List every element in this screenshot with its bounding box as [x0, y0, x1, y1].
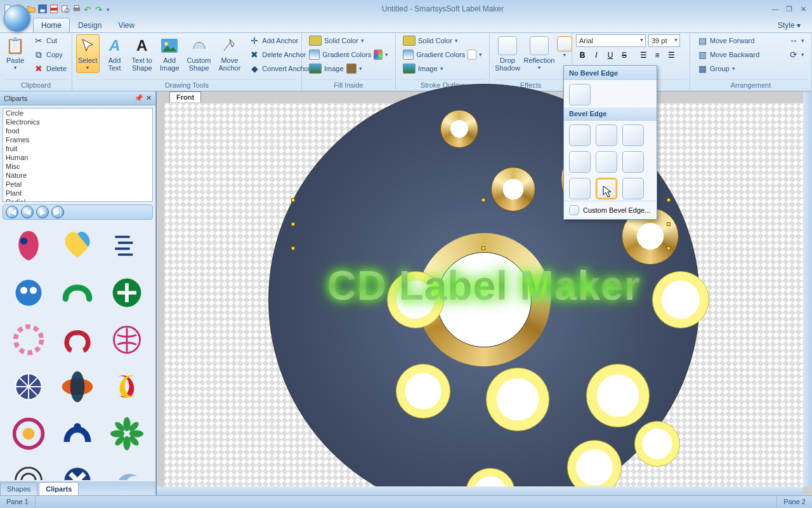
clipart-item[interactable] — [55, 364, 102, 409]
group-icon: ▦ — [697, 64, 707, 74]
clipart-item[interactable] — [103, 271, 150, 315]
add-image-button[interactable]: Add Image — [158, 34, 181, 74]
clipart-item[interactable] — [55, 411, 102, 456]
nav-first-button[interactable]: |◀ — [6, 206, 18, 218]
qat-more-icon[interactable] — [107, 4, 115, 13]
clipart-item[interactable] — [5, 318, 52, 362]
fill-solid-swatch-icon — [309, 36, 322, 46]
clipart-item[interactable] — [5, 458, 52, 480]
fill-image-button[interactable]: Image — [306, 62, 391, 75]
text-to-shape-button[interactable]: A Text to Shape — [130, 34, 154, 74]
bold-button[interactable]: B — [576, 50, 589, 61]
clipart-item[interactable] — [55, 458, 102, 480]
app-orb-button[interactable] — [4, 5, 30, 32]
clipart-item[interactable] — [55, 271, 102, 315]
clipart-item[interactable] — [55, 224, 102, 268]
stroke-solid-button[interactable]: Solid Color — [400, 34, 485, 47]
italic-button[interactable]: I — [590, 50, 603, 61]
move-forward-button[interactable]: ▤ Move Forward ↔ — [694, 34, 808, 47]
canvas-front-tab[interactable]: Front — [169, 91, 201, 102]
category-list[interactable]: Circle Electronics food Frames fruit Hum… — [3, 108, 153, 202]
canvas-vscrollbar[interactable] — [803, 91, 812, 486]
stroke-image-button[interactable]: Image — [400, 62, 485, 75]
reflection-button[interactable]: Reflection ▾ — [525, 34, 553, 73]
clipart-item[interactable] — [103, 224, 150, 268]
group-button[interactable]: ▦ Group — [694, 62, 808, 75]
clipart-item[interactable] — [103, 364, 150, 409]
bevel-option-2[interactable] — [596, 124, 617, 146]
fill-solid-button[interactable]: Solid Color — [306, 34, 391, 47]
panel-close-button[interactable]: ✕ — [146, 94, 152, 102]
nav-next-button[interactable]: ▶ — [36, 206, 49, 218]
bevel-option-7[interactable] — [569, 178, 591, 199]
nav-last-button[interactable]: ▶| — [51, 206, 64, 218]
align-right-button[interactable]: ☰ — [665, 50, 678, 61]
copy-button[interactable]: ⧉ Copy — [30, 48, 70, 61]
add-image-icon — [160, 36, 179, 55]
drop-shadow-button[interactable]: Drop Shadow — [494, 34, 521, 74]
clipart-item[interactable] — [55, 318, 102, 362]
delete-icon: ✖ — [34, 64, 44, 74]
minimize-button[interactable]: — — [770, 4, 780, 13]
close-button[interactable]: ✕ — [798, 4, 808, 13]
bevel-option-5[interactable] — [596, 151, 617, 173]
shapes-tab[interactable]: Shapes — [0, 482, 37, 495]
clipart-item[interactable] — [103, 318, 150, 362]
bevel-custom-icon — [569, 205, 579, 215]
select-button[interactable]: Select ▾ — [76, 34, 100, 73]
fill-gradient-button[interactable]: Gradient Colors — [306, 48, 391, 61]
qat-save-icon[interactable] — [38, 4, 47, 13]
qat-redo-icon[interactable]: ↷ — [95, 4, 104, 13]
bevel-option-4[interactable] — [569, 151, 591, 173]
delete-anchor-icon: ✖ — [249, 50, 259, 60]
move-backward-icon: ▥ — [697, 50, 707, 60]
font-family-select[interactable]: Arial — [576, 34, 646, 47]
canvas-hscrollbar[interactable] — [157, 486, 803, 495]
delete-button[interactable]: ✖ Delete — [30, 62, 70, 75]
add-text-button[interactable]: A Add Text — [103, 34, 126, 74]
clipart-item[interactable] — [5, 271, 52, 315]
font-size-select[interactable]: 39 pt — [648, 34, 680, 47]
move-backward-button[interactable]: ▥ Move Backward ⟳ — [694, 48, 808, 61]
align-tool-icon[interactable]: ↔ — [789, 36, 799, 46]
text-to-shape-icon: A — [133, 36, 152, 55]
nav-prev-button[interactable]: ◀ — [21, 206, 34, 218]
cut-button[interactable]: ✂ Cut — [30, 34, 70, 47]
qat-printpreview-icon[interactable] — [61, 4, 70, 13]
restore-button[interactable]: ❐ — [784, 4, 794, 13]
canvas[interactable]: CD Label Maker — [164, 103, 803, 486]
move-anchor-button[interactable]: Move Anchor — [216, 34, 242, 74]
tab-view[interactable]: View — [110, 18, 143, 32]
rotate-tool-icon[interactable]: ⟳ — [789, 50, 799, 60]
clipart-item[interactable] — [103, 458, 150, 480]
tab-design[interactable]: Design — [70, 18, 110, 32]
bevel-custom-button[interactable]: Custom Bevel Edge... — [564, 201, 657, 219]
clipart-item[interactable] — [5, 364, 52, 409]
bevel-option-6[interactable] — [622, 151, 644, 173]
clipart-item[interactable] — [103, 411, 150, 456]
fill-gradient-sample-icon — [374, 50, 383, 60]
qat-pdf-icon[interactable] — [49, 4, 58, 13]
underline-button[interactable]: U — [604, 50, 617, 61]
bevel-option-1[interactable] — [569, 124, 591, 146]
strike-button[interactable]: S — [618, 50, 631, 61]
svg-point-16 — [30, 287, 37, 294]
align-center-button[interactable]: ≡ — [651, 50, 664, 61]
stroke-gradient-button[interactable]: Gradient Colors — [400, 48, 485, 61]
cliparts-tab[interactable]: Cliparts — [39, 482, 79, 495]
clipart-item[interactable] — [5, 411, 52, 456]
align-left-button[interactable]: ☰ — [637, 50, 650, 61]
bevel-option-3[interactable] — [622, 124, 644, 146]
tab-home[interactable]: Home — [33, 18, 70, 32]
panel-pin-button[interactable]: 📌 — [134, 94, 143, 102]
clipart-item[interactable] — [5, 224, 52, 268]
bevel-button[interactable]: ▾ — [557, 34, 572, 60]
style-menu[interactable]: Style ▾ — [771, 18, 807, 32]
bevel-option-9[interactable] — [622, 178, 644, 199]
qat-undo-icon[interactable]: ↶ — [84, 4, 93, 13]
paste-button[interactable]: 📋 Paste ▾ — [4, 34, 27, 73]
canvas-main-text[interactable]: CD Label Maker — [327, 262, 640, 309]
custom-shape-button[interactable]: Custom Shape — [185, 34, 213, 74]
bevel-none-option[interactable] — [569, 84, 591, 105]
qat-print-icon[interactable] — [72, 4, 81, 13]
